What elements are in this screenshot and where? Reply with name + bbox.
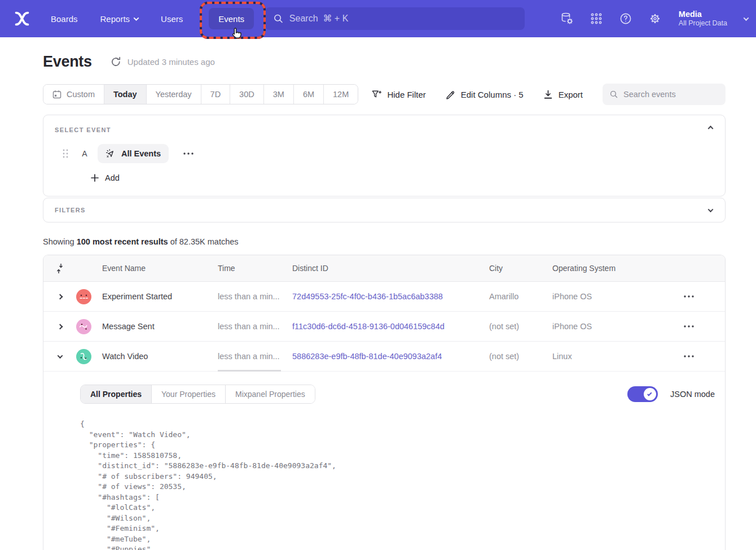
add-event-button[interactable]: Add — [91, 173, 714, 182]
nav-item-boards[interactable]: Boards — [51, 14, 78, 24]
add-event-label: Add — [105, 173, 120, 182]
search-icon — [274, 14, 283, 24]
row-more-options-icon[interactable] — [684, 295, 694, 298]
check-icon — [647, 391, 652, 396]
distinct-id-link[interactable]: 5886283e-e9fb-48fb-81de-40e9093a2af4 — [292, 352, 442, 361]
date-option-3m[interactable]: 3M — [264, 85, 294, 104]
nav-item-label: Reports — [100, 14, 130, 24]
navbar-right-cluster: Media All Project Data — [560, 0, 748, 37]
date-option-7d[interactable]: 7D — [201, 85, 231, 104]
global-search[interactable] — [265, 7, 525, 30]
global-search-input[interactable] — [289, 14, 516, 24]
page-content: Events Updated 3 minutes ago Custom Toda… — [43, 53, 726, 550]
mixpanel-logo-icon[interactable] — [12, 9, 32, 28]
event-os: iPhone OS — [552, 292, 674, 301]
results-suffix: of 82.35K matches — [168, 237, 239, 246]
expand-row-chevron-icon[interactable] — [57, 294, 63, 299]
table-row[interactable]: Message Sent less than a min... f11c30d6… — [43, 312, 725, 342]
row-more-options-icon[interactable] — [684, 355, 694, 357]
nav-item-label: Boards — [51, 14, 78, 24]
results-count: 100 most recent results — [77, 237, 168, 246]
drag-handle-icon[interactable] — [63, 149, 68, 158]
event-json-view: { "event": "Watch Video", "properties": … — [80, 419, 715, 550]
export-button[interactable]: Export — [543, 90, 583, 99]
date-option-label: 7D — [210, 90, 221, 99]
event-selector-button[interactable]: All Events — [98, 144, 169, 163]
tab-your-properties[interactable]: Your Properties — [152, 385, 226, 403]
refresh-icon[interactable] — [111, 56, 121, 67]
calendar-icon — [52, 90, 61, 99]
hide-filter-button[interactable]: Hide Filter — [372, 90, 425, 99]
event-time: less than a min... — [218, 352, 292, 361]
event-city: (not set) — [489, 322, 552, 331]
events-table: Event Name Time Distinct ID City Operati… — [43, 255, 726, 550]
select-event-card: SELECT EVENT A All Events — [43, 115, 726, 197]
tab-label: Mixpanel Properties — [235, 390, 305, 399]
date-option-12m[interactable]: 12M — [324, 85, 358, 104]
table-row-expanded[interactable]: Watch Video less than a min... 5886283e-… — [43, 342, 725, 372]
event-detail-panel: All Properties Your Properties Mixpanel … — [43, 372, 725, 550]
controls-row: Custom Today Yesterday 7D 30D 3M 6M 12M … — [43, 84, 726, 105]
edit-columns-label: Edit Columns · 5 — [461, 90, 524, 99]
date-option-label: 30D — [239, 90, 254, 99]
column-header-city[interactable]: City — [489, 264, 552, 273]
event-query-row: A All Events — [55, 144, 714, 163]
apps-grid-icon[interactable] — [590, 12, 603, 25]
date-option-6m[interactable]: 6M — [294, 85, 324, 104]
event-os: Linux — [552, 352, 674, 361]
distinct-id-link[interactable]: 72d49553-25fc-4f0c-b436-1b5ac6ab3388 — [292, 292, 443, 301]
search-events-box[interactable] — [603, 84, 726, 105]
export-label: Export — [559, 90, 583, 99]
nav-item-events-wrapper: Events — [209, 8, 254, 29]
date-option-custom[interactable]: Custom — [43, 85, 104, 104]
hide-filter-label: Hide Filter — [387, 90, 425, 99]
toolbar: Hide Filter Edit Columns · 5 Export — [372, 84, 726, 105]
expand-chevron-down-icon[interactable] — [708, 207, 714, 212]
nav-item-reports[interactable]: Reports — [100, 14, 139, 24]
row-more-options-icon[interactable] — [684, 325, 694, 328]
filters-label: FILTERS — [55, 207, 86, 213]
tab-all-properties[interactable]: All Properties — [81, 385, 152, 403]
data-management-icon[interactable] — [560, 12, 574, 25]
event-time: less than a min... — [218, 292, 292, 301]
select-event-label: SELECT EVENT — [55, 126, 714, 133]
project-switcher[interactable]: Media All Project Data — [679, 9, 727, 28]
filters-card[interactable]: FILTERS — [43, 198, 726, 222]
page-header: Events Updated 3 minutes ago — [43, 53, 726, 71]
search-events-input[interactable] — [623, 90, 718, 99]
json-mode-control: JSON mode — [627, 386, 715, 402]
properties-tabs: All Properties Your Properties Mixpanel … — [80, 385, 315, 404]
date-option-label: Custom — [67, 90, 95, 99]
plus-icon — [91, 174, 99, 182]
date-option-today[interactable]: Today — [104, 85, 147, 104]
detail-header: All Properties Your Properties Mixpanel … — [80, 385, 715, 404]
help-icon[interactable] — [619, 12, 632, 25]
tab-label: All Properties — [90, 390, 142, 399]
date-option-label: Yesterday — [156, 90, 192, 99]
nav-item-users[interactable]: Users — [161, 14, 183, 24]
settings-gear-icon[interactable] — [648, 12, 662, 25]
column-header-time[interactable]: Time — [218, 264, 292, 273]
date-option-30d[interactable]: 30D — [230, 85, 264, 104]
table-row[interactable]: Experiment Started less than a min... 72… — [43, 282, 725, 312]
event-name: Watch Video — [102, 352, 218, 361]
event-city: (not set) — [489, 352, 552, 361]
top-navbar: Boards Reports Users Events — [0, 0, 756, 37]
expand-row-chevron-icon[interactable] — [57, 324, 63, 329]
sort-icon[interactable] — [56, 263, 64, 274]
hand-cursor-icon — [230, 27, 244, 41]
last-updated-text: Updated 3 minutes ago — [128, 57, 215, 67]
funnel-plus-icon — [372, 90, 381, 99]
column-header-distinct-id[interactable]: Distinct ID — [292, 264, 489, 273]
json-mode-toggle[interactable] — [627, 386, 658, 402]
collapse-row-chevron-icon[interactable] — [57, 353, 63, 359]
column-header-event-name[interactable]: Event Name — [102, 264, 218, 273]
edit-columns-button[interactable]: Edit Columns · 5 — [446, 90, 524, 99]
more-options-icon[interactable] — [183, 152, 194, 155]
date-option-yesterday[interactable]: Yesterday — [147, 85, 201, 104]
column-header-os[interactable]: Operating System — [552, 264, 674, 273]
results-summary: Showing 100 most recent results of 82.35… — [43, 237, 726, 246]
tab-mixpanel-properties[interactable]: Mixpanel Properties — [226, 385, 315, 403]
distinct-id-link[interactable]: f11c30d6-dc6d-4518-9136-0d046159c84d — [292, 322, 445, 331]
date-option-label: 12M — [333, 90, 349, 99]
